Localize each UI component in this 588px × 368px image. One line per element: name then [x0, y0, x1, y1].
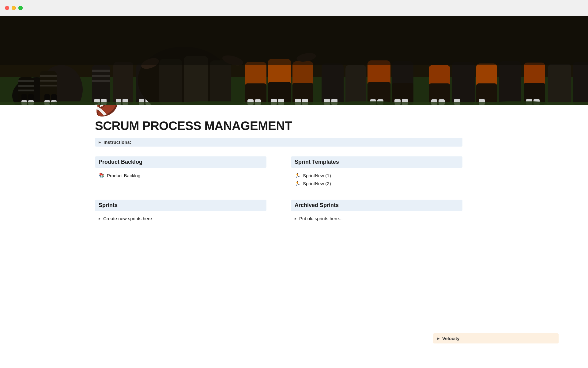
instructions-label: Instructions: [104, 140, 131, 145]
svg-rect-10 [40, 80, 57, 82]
svg-rect-65 [548, 64, 571, 105]
sprint-new-2-link: SprintNew (2) [303, 181, 331, 186]
section-header-archived-sprints: Archived Sprints [291, 200, 462, 211]
product-backlog-items: 📚 Product Backlog [95, 171, 266, 179]
section-header-product-backlog: Product Backlog [95, 156, 266, 168]
list-item[interactable]: 📚 Product Backlog [96, 171, 265, 179]
instructions-toggle[interactable]: ▶ Instructions: [95, 138, 462, 147]
sprint-new-1-link: SprintNew (1) [303, 173, 331, 178]
svg-rect-9 [40, 75, 57, 77]
svg-rect-49 [345, 65, 366, 105]
section-header-sprints: Sprints [95, 200, 266, 211]
section-archived-sprints: Archived Sprints ▶ Put old sprints here.… [291, 200, 462, 222]
runner-icon-1: 🏃 [295, 173, 300, 178]
archived-sprints-items: ▶ Put old sprints here... [291, 215, 462, 222]
runner-icon-2: 🏃 [295, 181, 300, 186]
traffic-light-close[interactable] [5, 6, 9, 10]
product-backlog-link: Product Backlog [107, 173, 140, 178]
list-item[interactable]: 🏃 SprintNew (2) [292, 179, 461, 187]
page-title: SCRUM PROCESS MANAGEMENT [95, 119, 493, 133]
section-product-backlog: Product Backlog 📚 Product Backlog [95, 156, 266, 187]
svg-rect-63 [499, 61, 521, 105]
section-title-archived-sprints: Archived Sprints [295, 202, 339, 208]
toggle-arrow-archived-icon: ▶ [295, 217, 297, 220]
list-item[interactable]: ▶ Put old sprints here... [292, 215, 461, 222]
svg-rect-6 [18, 85, 34, 87]
svg-rect-24 [113, 62, 133, 105]
hero-banner [0, 16, 588, 105]
svg-rect-11 [40, 85, 57, 86]
svg-rect-35 [210, 60, 231, 105]
sprint-templates-items: 🏃 SprintNew (1) 🏃 SprintNew (2) [291, 171, 462, 187]
list-item[interactable]: ▶ Create new sprints here [96, 215, 265, 222]
browser-chrome [0, 0, 588, 16]
traffic-light-minimize[interactable] [12, 6, 16, 10]
traffic-light-fullscreen[interactable] [18, 6, 23, 10]
svg-rect-61 [452, 62, 475, 105]
books-icon: 📚 [99, 173, 104, 178]
section-sprint-templates: Sprint Templates 🏃 SprintNew (1) 🏃 Sprin… [291, 156, 462, 187]
section-title-sprints: Sprints [99, 202, 118, 208]
velocity-label: Velocity [442, 336, 460, 341]
svg-rect-48 [322, 63, 344, 105]
svg-rect-22 [92, 75, 110, 77]
put-old-sprints-label: Put old sprints here... [299, 216, 343, 221]
toggle-arrow-sprints-icon: ▶ [99, 217, 101, 220]
svg-rect-5 [18, 80, 34, 82]
svg-rect-21 [92, 70, 110, 72]
section-header-sprint-templates: Sprint Templates [291, 156, 462, 168]
sections-grid: Product Backlog 📚 Product Backlog Sprint… [95, 156, 462, 222]
svg-rect-66 [573, 62, 588, 105]
section-sprints: Sprints ▶ Create new sprints here [95, 200, 266, 222]
section-title-product-backlog: Product Backlog [99, 159, 142, 165]
velocity-arrow-icon: ▶ [437, 337, 440, 340]
create-new-sprints-label: Create new sprints here [103, 216, 152, 221]
list-item[interactable]: 🏃 SprintNew (1) [292, 171, 461, 179]
svg-rect-7 [18, 90, 34, 91]
section-title-sprint-templates: Sprint Templates [295, 159, 339, 165]
toggle-arrow-icon: ▶ [99, 140, 101, 144]
sprints-items: ▶ Create new sprints here [95, 215, 266, 222]
svg-rect-33 [159, 59, 182, 105]
velocity-toggle[interactable]: ▶ Velocity [433, 333, 559, 343]
notion-page: 🏈 SCRUM PROCESS MANAGEMENT ▶ Instruction… [95, 96, 493, 222]
page-content: 🏈 SCRUM PROCESS MANAGEMENT ▶ Instruction… [0, 96, 588, 247]
svg-rect-23 [92, 80, 110, 82]
svg-rect-79 [0, 16, 588, 65]
